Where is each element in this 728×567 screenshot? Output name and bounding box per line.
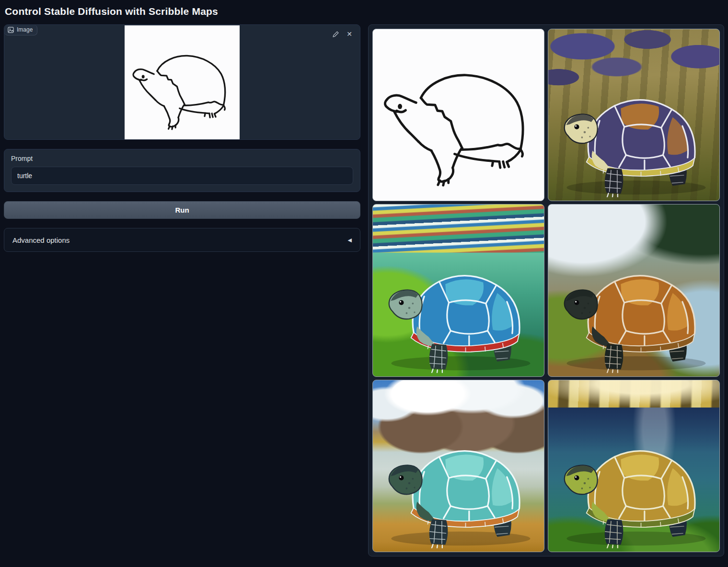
edit-pencil-icon[interactable] [331,29,340,39]
turtle-illustration [554,57,715,197]
image-icon [8,27,14,33]
advanced-options-accordion[interactable]: Advanced options ◀ [4,228,360,252]
controls-column: Image ✕ Prompt Run Advanced options [4,24,360,252]
turtle-illustration [378,232,539,373]
clear-x-icon[interactable]: ✕ [345,29,354,39]
gallery-item-result-4[interactable] [372,380,544,552]
main-columns: Image ✕ Prompt Run Advanced options [4,24,724,556]
app-page: Control Stable Diffusion with Scribble M… [0,0,728,561]
turtle-illustration [554,408,715,548]
gallery-item-result-5[interactable] [548,380,720,552]
advanced-options-label: Advanced options [12,236,69,244]
result-gallery [368,24,724,556]
image-label-badge: Image [4,25,37,35]
turtle-illustration [378,408,539,548]
gallery-item-result-1[interactable] [548,29,720,201]
page-title: Control Stable Diffusion with Scribble M… [5,6,724,17]
gallery-item-scribble[interactable] [372,29,544,201]
gallery-item-result-2[interactable] [372,204,544,376]
turtle-illustration [554,232,715,373]
sketch-canvas[interactable] [125,25,240,139]
sketch-turtle-drawing [373,29,544,201]
input-image-block: Image ✕ [4,24,360,140]
prompt-label: Prompt [11,155,353,162]
image-label-text: Image [17,26,33,33]
triangle-left-icon: ◀ [348,237,352,243]
image-actions: ✕ [331,29,354,39]
sketch-turtle-drawing [125,25,240,139]
run-button[interactable]: Run [4,201,360,219]
prompt-input[interactable] [11,167,353,185]
gallery-item-result-3[interactable] [548,204,720,376]
results-column [368,24,724,556]
prompt-block: Prompt [4,149,360,192]
